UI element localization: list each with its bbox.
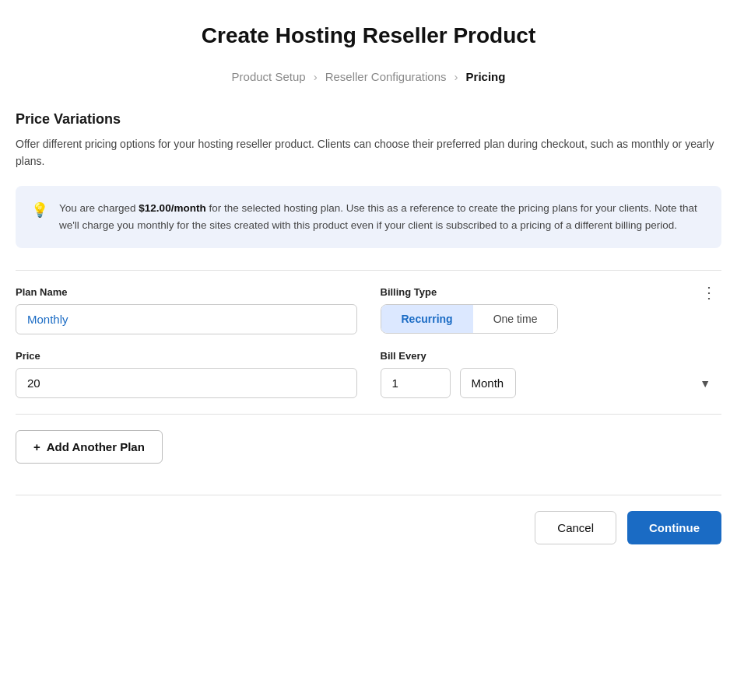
chevron-icon-2: ›	[454, 70, 458, 83]
plan-name-label: Plan Name	[16, 286, 357, 298]
bill-every-controls: Day Week Month Year ▼	[381, 368, 722, 398]
divider-top	[16, 270, 721, 271]
price-col: Price	[16, 350, 357, 398]
breadcrumb-step-pricing: Pricing	[466, 70, 506, 83]
cancel-button[interactable]: Cancel	[535, 511, 616, 544]
page-title: Create Hosting Reseller Product	[16, 23, 721, 48]
price-bill-every-row: Price Bill Every Day Week Month Year ▼	[16, 350, 721, 398]
divider-bottom	[16, 414, 721, 415]
footer-actions: Cancel Continue	[16, 495, 721, 544]
breadcrumb-step-product-setup: Product Setup	[232, 70, 306, 83]
recurring-button[interactable]: Recurring	[381, 305, 473, 333]
billing-type-col: ⋮ Billing Type Recurring One time	[381, 286, 722, 334]
lightbulb-icon: 💡	[31, 201, 48, 219]
billing-type-toggle: Recurring One time	[381, 304, 559, 334]
plan-name-col: Plan Name	[16, 286, 357, 334]
billing-type-label: Billing Type	[381, 286, 722, 298]
plan-name-input[interactable]	[16, 304, 357, 334]
price-variations-section: Price Variations Offer different pricing…	[16, 111, 721, 248]
add-another-plan-label: Add Another Plan	[47, 440, 145, 453]
bill-every-col: Bill Every Day Week Month Year ▼	[381, 350, 722, 398]
breadcrumb: Product Setup › Reseller Configurations …	[16, 70, 721, 83]
price-label: Price	[16, 350, 357, 362]
bill-every-number-input[interactable]	[381, 368, 451, 398]
chevron-icon-1: ›	[314, 70, 318, 83]
chevron-down-icon: ▼	[700, 377, 711, 390]
breadcrumb-step-reseller-config: Reseller Configurations	[325, 70, 447, 83]
add-another-plan-button[interactable]: + Add Another Plan	[16, 430, 163, 464]
one-time-button[interactable]: One time	[473, 305, 558, 333]
plus-icon: +	[33, 440, 40, 453]
section-heading: Price Variations	[16, 111, 721, 128]
plan-name-billing-row: Plan Name ⋮ Billing Type Recurring One t…	[16, 286, 721, 334]
bill-every-unit-wrapper: Day Week Month Year ▼	[460, 368, 722, 398]
continue-button[interactable]: Continue	[627, 511, 721, 544]
more-options-button[interactable]: ⋮	[697, 283, 721, 302]
bill-every-unit-select[interactable]: Day Week Month Year	[460, 368, 516, 398]
bill-every-label: Bill Every	[381, 350, 722, 362]
info-box: 💡 You are charged $12.00/month for the s…	[16, 186, 721, 249]
plan-section: Plan Name ⋮ Billing Type Recurring One t…	[16, 286, 721, 398]
section-description: Offer different pricing options for your…	[16, 135, 721, 170]
price-input[interactable]	[16, 368, 357, 398]
info-box-text: You are charged $12.00/month for the sel…	[59, 200, 706, 235]
